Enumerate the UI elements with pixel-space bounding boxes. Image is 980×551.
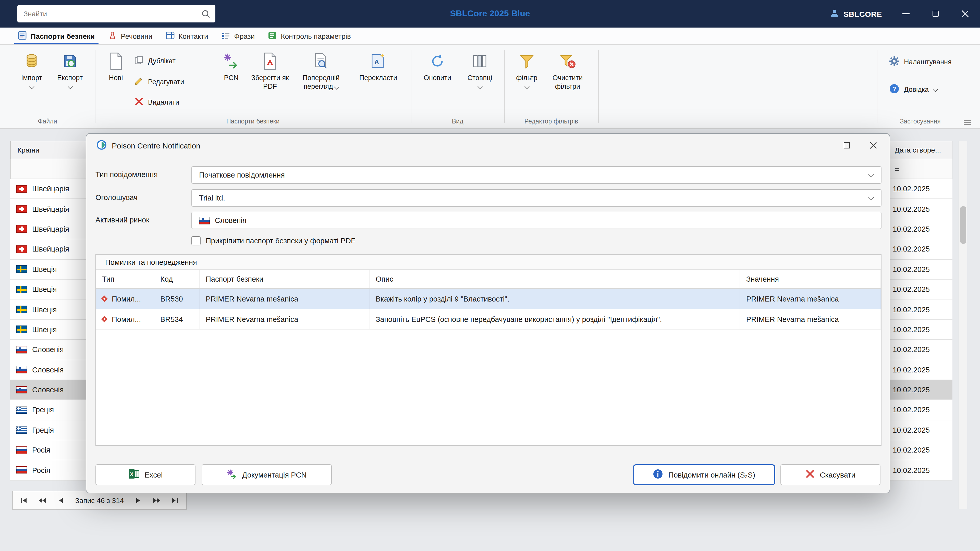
country-label: Швейцарія [32,225,69,233]
excel-button[interactable]: X Excel [95,464,196,485]
refresh-button[interactable]: Оновити [416,51,459,82]
prev-page-button[interactable] [33,493,52,508]
date-cell[interactable]: 10.02.2025 [888,440,953,460]
database-icon [23,51,40,71]
dates-header-label: Дата створе... [895,146,941,154]
date-cell[interactable]: 10.02.2025 [888,420,953,440]
dialog-close-button[interactable] [860,134,886,157]
dates-column: Дата створе... = 10.02.202510.02.202510.… [888,141,953,481]
columns-button[interactable]: Стовпці [458,51,501,88]
pcn-documentation-label: Документація PCN [242,471,307,479]
date-cell[interactable]: 10.02.2025 [888,380,953,400]
flag-ch-icon [16,225,27,233]
date-cell[interactable]: 10.02.2025 [888,259,953,279]
column-header-code[interactable]: Код [154,270,200,288]
date-cell[interactable]: 10.02.2025 [888,400,953,421]
notify-online-button[interactable]: Повідомити онлайн (S₂S) [633,464,775,485]
import-button[interactable]: Імпорт [10,51,53,88]
next-page-button[interactable] [147,493,165,508]
message-type-select[interactable]: Початкове повідомлення [191,166,881,184]
checkbox-unchecked-icon[interactable] [191,236,200,245]
new-button[interactable]: Нові [94,51,137,82]
excel-icon: X [128,468,140,481]
translate-icon: A [369,51,387,71]
translate-label: Перекласти [360,73,397,82]
cancel-button[interactable]: Скасувати [780,464,880,485]
settings-button[interactable]: Налаштування [889,56,952,68]
translate-button[interactable]: A Перекласти [357,51,400,82]
search-box[interactable] [18,5,215,22]
help-button[interactable]: ? Довідка [889,84,937,95]
pcn-documentation-button[interactable]: Документація PCN [202,464,332,485]
delete-label: Видалити [148,98,179,106]
save-as-pdf-button[interactable]: Зберегти як PDF [248,51,291,91]
close-button[interactable] [950,0,980,27]
duplicate-button[interactable]: Дублікат [134,53,176,68]
date-cell[interactable]: 10.02.2025 [888,279,953,300]
import-label: Імпорт [21,73,42,82]
date-cell[interactable]: 10.02.2025 [888,340,953,360]
errors-groupbox: Помилки та попередження Тип Код Паспорт … [95,254,881,446]
svg-text:A: A [374,58,379,66]
error-sds-cell: PRIMER Nevarna mešanica [200,309,369,329]
date-cell[interactable]: 10.02.2025 [888,219,953,240]
tab-substances[interactable]: Речовини [101,27,159,44]
error-row[interactable]: Помил...BR534PRIMER Nevarna mešanicaЗапо… [96,309,881,330]
column-header-type[interactable]: Тип [96,270,154,288]
filter-button[interactable]: фільтр [505,51,548,88]
countries-header-label: Країни [18,146,39,154]
last-record-button[interactable] [165,493,184,508]
country-label: Швеція [32,285,57,293]
country-label: Росія [32,446,50,454]
gear-icon [889,56,899,68]
date-cell[interactable]: 10.02.2025 [888,199,953,219]
prev-record-button[interactable] [52,493,70,508]
maximize-button[interactable] [921,0,950,27]
dates-filter-cell[interactable]: = [888,159,953,179]
pcn-button[interactable]: PCN [210,51,253,82]
dialog-maximize-button[interactable] [834,134,860,157]
scrollbar-thumb[interactable] [960,206,966,244]
column-header-sds[interactable]: Паспорт безпеки [200,270,369,288]
preview-button[interactable]: Попередній перегляд [300,51,342,91]
clear-filters-button[interactable]: Очистити фільтри [546,51,589,91]
edit-button[interactable]: Редагувати [134,74,184,89]
tab-phrases[interactable]: Фрази [215,27,262,44]
app-window: SBLCore 2025 Blue SBLCORE Паспорти безпе… [0,0,980,551]
more-options-icon[interactable] [964,122,971,123]
attach-pdf-checkbox-row[interactable]: Прикріпити паспорт безпеки у форматі PDF [191,236,355,245]
save-as-pdf-label: Зберегти як PDF [248,73,291,91]
refresh-icon [429,51,446,71]
tab-label: Контроль параметрів [281,32,351,40]
search-icon[interactable] [201,9,210,18]
date-cell[interactable]: 10.02.2025 [888,360,953,380]
last-record-icon [171,497,178,503]
search-input[interactable] [24,10,201,18]
prev-page-icon [38,497,46,503]
next-record-button[interactable] [129,493,147,508]
tab-parameter-control[interactable]: Контроль параметрів [261,27,358,44]
first-record-button[interactable] [15,493,33,508]
date-cell[interactable]: 10.02.2025 [888,179,953,199]
date-cell[interactable]: 10.02.2025 [888,460,953,481]
minimize-button[interactable] [891,0,921,27]
account-area[interactable]: SBLCORE [829,0,882,27]
delete-button[interactable]: Видалити [134,94,179,110]
notifier-select[interactable]: Trial ltd. [191,189,881,206]
vertical-scrollbar[interactable] [959,141,967,509]
dates-header[interactable]: Дата створе... [888,141,953,159]
error-rows: Помил...BR530PRIMER Nevarna mešanicaВкаж… [96,289,881,330]
pcn-doc-icon [227,469,237,481]
tab-safety-data-sheets[interactable]: Паспорти безпеки [11,27,101,44]
column-header-value[interactable]: Значення [740,270,881,288]
group-label-application: Застосування [877,118,964,125]
export-button[interactable]: Експорт [48,51,91,88]
active-market-field[interactable]: Словенія [191,212,881,229]
tab-contacts[interactable]: Контакти [159,27,215,44]
ribbon: Імпорт Експорт Нові Дублікат Редагувати … [0,45,980,129]
error-row[interactable]: Помил...BR530PRIMER Nevarna mešanicaВкаж… [96,289,881,309]
date-cell[interactable]: 10.02.2025 [888,320,953,340]
date-cell[interactable]: 10.02.2025 [888,300,953,320]
column-header-description[interactable]: Опис [369,270,740,288]
date-cell[interactable]: 10.02.2025 [888,239,953,259]
